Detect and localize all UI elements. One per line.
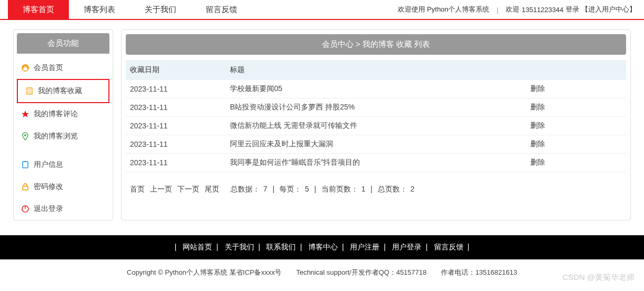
footer-link[interactable]: 联系我们	[266, 243, 296, 251]
breadcrumb: 会员中心 > 我的博客 收藏 列表	[126, 34, 626, 55]
sidebar-item-password[interactable]: 密码修改	[14, 176, 113, 198]
delete-link[interactable]: 删除	[526, 117, 626, 135]
footer-link[interactable]: 博客中心	[308, 243, 338, 251]
sidebar: 会员功能 会员首页 我的博客收藏 我的博客评论 我的博客浏览 用户信息 密码修改	[13, 29, 113, 220]
page-last[interactable]: 尾页	[205, 185, 219, 193]
tech-support: Technical support/开发作者QQ：45157718	[296, 268, 427, 276]
sidebar-label: 我的博客收藏	[38, 86, 82, 96]
page-prev[interactable]: 上一页	[150, 185, 172, 193]
pagination: 首页 上一页 下一页 尾页 总数据：7 | 每页：5 | 当前页数：1 | 总页…	[126, 172, 626, 207]
table-row: 2023-11-11 我同事是如何运作“睡眠音乐”抖音项目的 删除	[126, 154, 626, 172]
current-label: 当前页数：	[321, 185, 358, 193]
lock-icon	[21, 183, 29, 191]
footer-link[interactable]: 用户登录	[392, 243, 421, 251]
login-suffix: 登录	[566, 5, 579, 14]
cell-date: 2023-11-11	[126, 80, 226, 98]
clipboard-icon	[21, 160, 29, 169]
power-icon	[21, 205, 29, 213]
svg-rect-8	[23, 186, 28, 190]
footer-nav: | 网站首页| 关于我们| 联系我们| 博客中心| 用户注册| 用户登录| 留言…	[0, 235, 644, 259]
sidebar-title: 会员功能	[17, 33, 109, 54]
sidebar-label: 用户信息	[34, 160, 63, 169]
cell-title: 阿里云回应未及时上报重大漏洞	[226, 135, 526, 154]
svg-rect-7	[24, 161, 26, 162]
perpage-value: 5	[305, 185, 309, 193]
sidebar-label: 密码修改	[34, 182, 63, 192]
page-first[interactable]: 首页	[130, 185, 145, 193]
author-phone: 作者电话：13516821613	[441, 268, 517, 276]
current-value: 1	[361, 185, 366, 193]
copyright: Copyright © Python个人博客系统 某省ICP备xxxx号	[127, 268, 281, 276]
sidebar-label: 我的博客评论	[34, 109, 78, 119]
document-icon	[25, 87, 34, 95]
user-center-link[interactable]: 【进入用户中心】	[581, 5, 636, 14]
cell-date: 2023-11-11	[126, 154, 226, 172]
svg-point-5	[24, 134, 26, 136]
svg-rect-6	[23, 162, 28, 168]
sidebar-item-favorites[interactable]: 我的博客收藏	[17, 79, 109, 103]
star-icon	[21, 110, 29, 118]
sidebar-item-logout[interactable]: 退出登录	[14, 198, 113, 220]
content-area: 会员中心 > 我的博客 收藏 列表 收藏日期 标题 2023-11-11 学校最…	[121, 29, 631, 220]
table-header-row: 收藏日期 标题	[126, 60, 626, 80]
user-phone: 13511223344	[521, 6, 564, 14]
footer-link[interactable]: 留言反馈	[434, 243, 464, 251]
cell-title: 我同事是如何运作“睡眠音乐”抖音项目的	[226, 154, 526, 172]
main-container: 会员功能 会员首页 我的博客收藏 我的博客评论 我的博客浏览 用户信息 密码修改	[4, 20, 640, 230]
nav-tab-feedback[interactable]: 留言反馈	[191, 0, 252, 19]
perpage-label: 每页：	[279, 185, 301, 193]
pages-value: 2	[410, 185, 415, 193]
header-right: 欢迎使用 Python个人博客系统 | 欢迎 13511223344 登录 【进…	[398, 5, 636, 14]
welcome-prefix: 欢迎	[506, 5, 519, 14]
total-value: 7	[263, 185, 267, 193]
nav-tab-list[interactable]: 博客列表	[69, 0, 130, 19]
nav-tab-about[interactable]: 关于我们	[130, 0, 191, 19]
table-row: 2023-11-11 阿里云回应未及时上报重大漏洞 删除	[126, 135, 626, 154]
total-label: 总数据：	[230, 185, 260, 193]
cell-title: 微信新功能上线 无需登录就可传输文件	[226, 117, 526, 135]
table-row: 2023-11-11 B站投资动漫设计公司多萝西 持股25% 删除	[126, 98, 626, 117]
sidebar-item-userinfo[interactable]: 用户信息	[14, 154, 113, 176]
table-row: 2023-11-11 学校最新要闻05 删除	[126, 80, 626, 98]
sidebar-label: 我的博客浏览	[34, 132, 78, 141]
page-next[interactable]: 下一页	[177, 185, 199, 193]
sidebar-label: 会员首页	[34, 63, 63, 73]
delete-link[interactable]: 删除	[526, 154, 626, 172]
sidebar-item-comments[interactable]: 我的博客评论	[14, 103, 113, 125]
cell-date: 2023-11-11	[126, 117, 226, 135]
header-title: 标题	[226, 60, 526, 80]
delete-link[interactable]: 删除	[526, 80, 626, 98]
cell-title: 学校最新要闻05	[226, 80, 526, 98]
top-nav: 博客首页 博客列表 关于我们 留言反馈 欢迎使用 Python个人博客系统 | …	[0, 0, 644, 20]
header-date: 收藏日期	[126, 60, 226, 80]
footer-link[interactable]: 关于我们	[225, 243, 254, 251]
header-action	[526, 60, 626, 80]
sidebar-item-views[interactable]: 我的博客浏览	[14, 125, 113, 147]
nav-tabs: 博客首页 博客列表 关于我们 留言反馈	[8, 0, 252, 19]
delete-link[interactable]: 删除	[526, 135, 626, 154]
pages-label: 总页数：	[378, 185, 407, 193]
cell-title: B站投资动漫设计公司多萝西 持股25%	[226, 98, 526, 117]
nav-tab-home[interactable]: 博客首页	[8, 0, 69, 19]
favorites-table: 收藏日期 标题 2023-11-11 学校最新要闻05 删除2023-11-11…	[126, 60, 626, 172]
cell-date: 2023-11-11	[126, 98, 226, 117]
watermark: CSDN @黄菊华老师	[562, 273, 635, 283]
cell-date: 2023-11-11	[126, 135, 226, 154]
separator: |	[497, 6, 498, 14]
sidebar-label: 退出登录	[34, 204, 63, 214]
home-icon	[21, 64, 29, 72]
sidebar-item-home[interactable]: 会员首页	[14, 57, 113, 79]
footer-link[interactable]: 网站首页	[183, 243, 212, 251]
welcome-system: 欢迎使用 Python个人博客系统	[398, 5, 489, 14]
location-icon	[21, 132, 29, 141]
footer-info: Copyright © Python个人博客系统 某省ICP备xxxx号 Tec…	[0, 259, 644, 286]
table-row: 2023-11-11 微信新功能上线 无需登录就可传输文件 删除	[126, 117, 626, 135]
delete-link[interactable]: 删除	[526, 98, 626, 117]
footer-link[interactable]: 用户注册	[350, 243, 379, 251]
